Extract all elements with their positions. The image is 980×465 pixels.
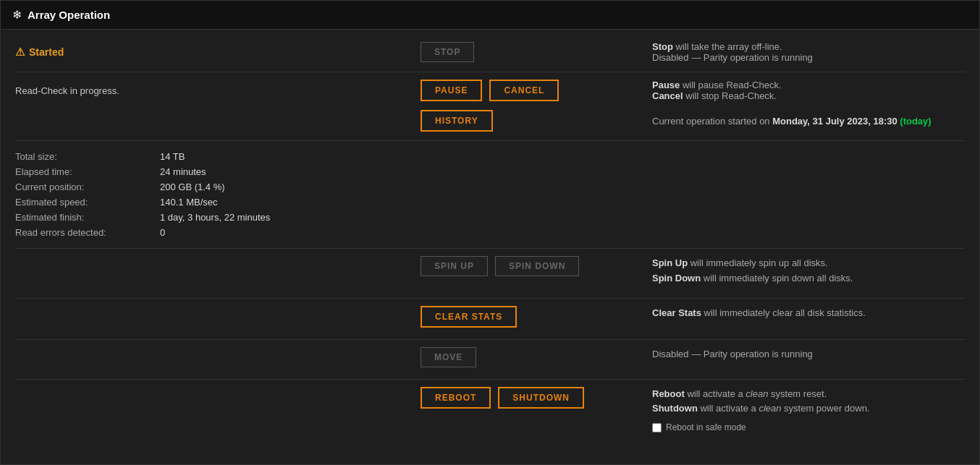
history-info: Current operation started on Monday, 31 … bbox=[638, 116, 965, 127]
cancel-button[interactable]: CANCEL bbox=[489, 80, 559, 101]
reboot-safe-mode-row: Reboot in safe mode bbox=[652, 421, 965, 435]
spin-up-strong: Spin Up bbox=[652, 257, 688, 268]
stop-info-strong: Stop bbox=[652, 41, 673, 52]
spin-down-strong: Spin Down bbox=[652, 273, 701, 283]
stop-button[interactable]: SToP bbox=[421, 42, 474, 62]
total-size-label: Total size: bbox=[15, 151, 160, 162]
spin-row: SPIN UP SPIN DOWN Spin Up will immediate… bbox=[15, 256, 965, 286]
total-size-row: Total size: 14 TB bbox=[15, 151, 965, 162]
reboot-button[interactable]: REBOOT bbox=[421, 387, 491, 409]
move-disabled-text: Disabled — Parity operation is running bbox=[652, 349, 813, 359]
clear-stats-button[interactable]: CLEAR STATS bbox=[421, 306, 517, 328]
reboot-safe-mode-checkbox[interactable] bbox=[652, 423, 662, 432]
pause-rest: will pause Read-Check. bbox=[680, 80, 781, 90]
clear-stats-row: CLEAR STATS Clear Stats will immediately… bbox=[15, 306, 965, 328]
estimated-speed-row: Estimated speed: 140.1 MB/sec bbox=[15, 197, 965, 208]
elapsed-time-row: Elapsed time: 24 minutes bbox=[15, 166, 965, 177]
spin-buttons: SPIN UP SPIN DOWN bbox=[421, 256, 638, 276]
estimated-speed-value: 140.1 MB/sec bbox=[160, 197, 218, 208]
estimated-speed-label: Estimated speed: bbox=[15, 197, 160, 208]
pause-strong: Pause bbox=[652, 80, 680, 90]
cancel-strong: Cancel bbox=[652, 90, 683, 101]
status-started: ⚠ Started bbox=[15, 46, 421, 59]
page-container: ❄ Array Operation ⚠ Started SToP Stop wi… bbox=[0, 0, 980, 465]
reboot-strong: Reboot bbox=[652, 388, 685, 399]
elapsed-time-value: 24 minutes bbox=[160, 166, 206, 177]
read-errors-value: 0 bbox=[160, 227, 165, 238]
move-button[interactable]: MOVE bbox=[421, 347, 476, 367]
history-button[interactable]: HISTORY bbox=[421, 110, 493, 132]
clear-stats-rest: will immediately clear all disk statisti… bbox=[701, 307, 866, 318]
spin-down-rest: will immediately spin down all disks. bbox=[701, 273, 853, 283]
title-bar: ❄ Array Operation bbox=[1, 1, 979, 30]
total-size-value: 14 TB bbox=[160, 151, 185, 162]
current-position-label: Current position: bbox=[15, 182, 160, 192]
move-buttons: MOVE bbox=[421, 347, 638, 367]
move-row: MOVE Disabled — Parity operation is runn… bbox=[15, 347, 965, 367]
reboot-italic: clean bbox=[745, 388, 768, 399]
stop-info: Stop will take the array off-line. Disab… bbox=[638, 41, 965, 63]
pause-button[interactable]: PAUSE bbox=[421, 80, 482, 101]
pause-cancel-buttons: PAUSE CANCEL bbox=[421, 80, 638, 101]
spin-down-button[interactable]: SPIN DOWN bbox=[495, 256, 579, 276]
reboot-safe-mode-label: Reboot in safe mode bbox=[666, 421, 746, 435]
reboot-shutdown-buttons: REBOOT SHUTDOWN bbox=[421, 387, 638, 409]
elapsed-time-label: Elapsed time: bbox=[15, 166, 160, 177]
status-row: ⚠ Started SToP Stop will take the array … bbox=[15, 41, 965, 63]
read-check-label: Read-Check in progress. bbox=[15, 85, 421, 96]
stop-disabled-text: Disabled — Parity operation is running bbox=[652, 52, 813, 63]
reboot-shutdown-info: Reboot will activate a clean system rese… bbox=[638, 387, 965, 435]
estimated-finish-label: Estimated finish: bbox=[15, 212, 160, 223]
read-errors-row: Read errors detected: 0 bbox=[15, 227, 965, 238]
stop-button-area: SToP bbox=[421, 42, 638, 62]
spin-up-button[interactable]: SPIN UP bbox=[421, 256, 488, 276]
estimated-finish-value: 1 day, 3 hours, 22 minutes bbox=[160, 212, 270, 223]
current-position-value: 200 GB (1.4 %) bbox=[160, 182, 225, 192]
history-row: HISTORY Current operation started on Mon… bbox=[15, 110, 965, 132]
current-position-row: Current position: 200 GB (1.4 %) bbox=[15, 182, 965, 192]
estimated-finish-row: Estimated finish: 1 day, 3 hours, 22 min… bbox=[15, 212, 965, 223]
history-date-green: (today) bbox=[897, 116, 932, 127]
history-prefix: Current operation started on bbox=[652, 116, 772, 127]
reboot-end: system reset. bbox=[768, 388, 827, 399]
read-check-text: Read-Check in progress. bbox=[15, 85, 119, 96]
stats-section: Total size: 14 TB Elapsed time: 24 minut… bbox=[15, 151, 965, 238]
read-check-row: Read-Check in progress. PAUSE CANCEL Pau… bbox=[15, 80, 965, 101]
reboot-shutdown-row: REBOOT SHUTDOWN Reboot will activate a c… bbox=[15, 387, 965, 435]
shutdown-end: system power down. bbox=[781, 403, 869, 414]
spin-up-rest: will immediately spin up all disks. bbox=[688, 257, 828, 268]
shutdown-strong: Shutdown bbox=[652, 403, 698, 414]
stop-info-rest: will take the array off-line. bbox=[673, 41, 782, 52]
history-date-strong: Monday, 31 July 2023, 18:30 bbox=[772, 116, 897, 127]
history-button-area: HISTORY bbox=[421, 110, 638, 132]
main-content: ⚠ Started SToP Stop will take the array … bbox=[1, 30, 979, 458]
shutdown-rest: will activate a bbox=[698, 403, 759, 414]
read-errors-label: Read errors detected: bbox=[15, 227, 160, 238]
spin-info: Spin Up will immediately spin up all dis… bbox=[638, 256, 965, 286]
clear-stats-buttons: CLEAR STATS bbox=[421, 306, 638, 328]
move-info: Disabled — Parity operation is running bbox=[638, 347, 965, 362]
shutdown-italic: clean bbox=[759, 403, 781, 414]
status-label-area: ⚠ Started bbox=[15, 46, 421, 59]
clear-stats-info: Clear Stats will immediately clear all d… bbox=[638, 306, 965, 321]
warning-icon: ⚠ bbox=[15, 46, 25, 59]
reboot-rest: will activate a bbox=[685, 388, 746, 399]
cancel-rest: will stop Read-Check. bbox=[683, 90, 777, 101]
array-icon: ❄ bbox=[12, 8, 22, 22]
clear-stats-strong: Clear Stats bbox=[652, 307, 701, 318]
page-title: Array Operation bbox=[28, 9, 110, 21]
shutdown-button[interactable]: SHUTDOWN bbox=[498, 387, 584, 409]
pause-cancel-info: Pause will pause Read-Check. Cancel will… bbox=[638, 80, 965, 101]
status-text: Started bbox=[29, 46, 64, 58]
